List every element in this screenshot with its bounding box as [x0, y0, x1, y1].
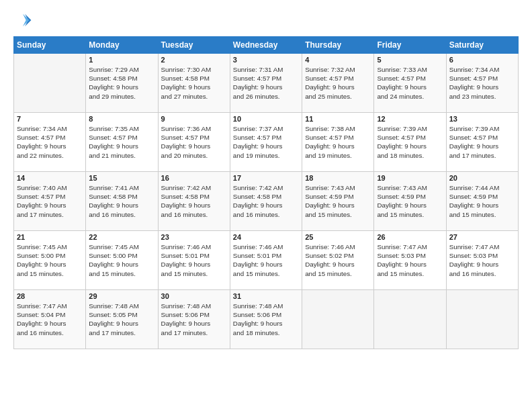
calendar-cell: 1Sunrise: 7:29 AMSunset: 4:58 PMDaylight… — [86, 54, 158, 113]
day-number: 4 — [305, 56, 371, 64]
day-info: Sunrise: 7:43 AMSunset: 4:59 PMDaylight:… — [305, 183, 371, 219]
day-number: 29 — [89, 292, 154, 300]
day-info: Sunrise: 7:47 AMSunset: 5:03 PMDaylight:… — [449, 242, 515, 278]
day-info: Sunrise: 7:37 AMSunset: 4:57 PMDaylight:… — [233, 124, 299, 160]
calendar-cell: 2Sunrise: 7:30 AMSunset: 4:58 PMDaylight… — [158, 54, 230, 113]
calendar-cell: 26Sunrise: 7:47 AMSunset: 5:03 PMDayligh… — [374, 231, 446, 290]
day-number: 2 — [161, 56, 227, 64]
calendar-cell: 7Sunrise: 7:34 AMSunset: 4:57 PMDaylight… — [14, 113, 86, 172]
day-number: 27 — [449, 233, 515, 241]
calendar-cell: 3Sunrise: 7:31 AMSunset: 4:57 PMDaylight… — [230, 54, 302, 113]
day-info: Sunrise: 7:39 AMSunset: 4:57 PMDaylight:… — [449, 124, 515, 160]
day-number: 6 — [449, 56, 515, 64]
calendar-cell: 10Sunrise: 7:37 AMSunset: 4:57 PMDayligh… — [230, 113, 302, 172]
day-info: Sunrise: 7:29 AMSunset: 4:58 PMDaylight:… — [89, 65, 154, 101]
day-number: 14 — [17, 174, 83, 182]
calendar-cell: 27Sunrise: 7:47 AMSunset: 5:03 PMDayligh… — [446, 231, 518, 290]
calendar-cell: 8Sunrise: 7:35 AMSunset: 4:57 PMDaylight… — [86, 113, 158, 172]
day-number: 7 — [17, 115, 83, 123]
day-number: 5 — [377, 56, 443, 64]
day-info: Sunrise: 7:46 AMSunset: 5:01 PMDaylight:… — [233, 242, 299, 278]
day-number: 28 — [17, 292, 83, 300]
day-info: Sunrise: 7:45 AMSunset: 5:00 PMDaylight:… — [17, 242, 83, 278]
day-number: 12 — [377, 115, 443, 123]
calendar-cell: 23Sunrise: 7:46 AMSunset: 5:01 PMDayligh… — [158, 231, 230, 290]
day-number: 17 — [233, 174, 299, 182]
day-number: 9 — [161, 115, 227, 123]
calendar-body: 1Sunrise: 7:29 AMSunset: 4:58 PMDaylight… — [14, 54, 519, 349]
calendar-cell: 12Sunrise: 7:39 AMSunset: 4:57 PMDayligh… — [374, 113, 446, 172]
calendar-cell: 6Sunrise: 7:34 AMSunset: 4:57 PMDaylight… — [446, 54, 518, 113]
calendar-cell: 5Sunrise: 7:33 AMSunset: 4:57 PMDaylight… — [374, 54, 446, 113]
weekday-header: Friday — [374, 37, 446, 54]
day-info: Sunrise: 7:30 AMSunset: 4:58 PMDaylight:… — [161, 65, 227, 101]
calendar-cell: 16Sunrise: 7:42 AMSunset: 4:58 PMDayligh… — [158, 172, 230, 231]
weekday-row: SundayMondayTuesdayWednesdayThursdayFrid… — [14, 37, 519, 54]
calendar-cell: 21Sunrise: 7:45 AMSunset: 5:00 PMDayligh… — [14, 231, 86, 290]
weekday-header: Monday — [86, 37, 158, 54]
day-info: Sunrise: 7:47 AMSunset: 5:03 PMDaylight:… — [377, 242, 443, 278]
day-info: Sunrise: 7:48 AMSunset: 5:06 PMDaylight:… — [233, 302, 299, 337]
weekday-header: Saturday — [446, 37, 518, 54]
day-info: Sunrise: 7:42 AMSunset: 4:58 PMDaylight:… — [233, 183, 299, 219]
day-number: 23 — [161, 233, 227, 241]
calendar-cell: 25Sunrise: 7:46 AMSunset: 5:02 PMDayligh… — [302, 231, 374, 290]
day-info: Sunrise: 7:34 AMSunset: 4:57 PMDaylight:… — [17, 124, 83, 160]
calendar-cell: 22Sunrise: 7:45 AMSunset: 5:00 PMDayligh… — [86, 231, 158, 290]
page: SundayMondayTuesdayWednesdayThursdayFrid… — [0, 0, 532, 411]
calendar-cell: 4Sunrise: 7:32 AMSunset: 4:57 PMDaylight… — [302, 54, 374, 113]
day-info: Sunrise: 7:44 AMSunset: 4:59 PMDaylight:… — [449, 183, 515, 219]
logo-icon — [13, 11, 32, 30]
day-info: Sunrise: 7:31 AMSunset: 4:57 PMDaylight:… — [233, 65, 299, 101]
calendar: SundayMondayTuesdayWednesdayThursdayFrid… — [13, 36, 519, 349]
day-number: 11 — [305, 115, 371, 123]
day-number: 18 — [305, 174, 371, 182]
day-number: 21 — [17, 233, 83, 241]
day-number: 8 — [89, 115, 154, 123]
day-number: 15 — [89, 174, 154, 182]
calendar-week: 1Sunrise: 7:29 AMSunset: 4:58 PMDaylight… — [14, 54, 519, 113]
calendar-cell: 18Sunrise: 7:43 AMSunset: 4:59 PMDayligh… — [302, 172, 374, 231]
day-info: Sunrise: 7:40 AMSunset: 4:57 PMDaylight:… — [17, 183, 83, 219]
calendar-cell — [302, 290, 374, 349]
day-info: Sunrise: 7:33 AMSunset: 4:57 PMDaylight:… — [377, 65, 443, 101]
calendar-cell: 17Sunrise: 7:42 AMSunset: 4:58 PMDayligh… — [230, 172, 302, 231]
day-info: Sunrise: 7:46 AMSunset: 5:02 PMDaylight:… — [305, 242, 371, 278]
day-number: 22 — [89, 233, 154, 241]
logo — [13, 11, 35, 30]
day-number: 26 — [377, 233, 443, 241]
day-info: Sunrise: 7:45 AMSunset: 5:00 PMDaylight:… — [89, 242, 154, 278]
calendar-cell: 19Sunrise: 7:43 AMSunset: 4:59 PMDayligh… — [374, 172, 446, 231]
calendar-cell: 30Sunrise: 7:48 AMSunset: 5:06 PMDayligh… — [158, 290, 230, 349]
day-number: 31 — [233, 292, 299, 300]
day-info: Sunrise: 7:32 AMSunset: 4:57 PMDaylight:… — [305, 65, 371, 101]
weekday-header: Tuesday — [158, 37, 230, 54]
day-number: 20 — [449, 174, 515, 182]
day-number: 30 — [161, 292, 227, 300]
day-info: Sunrise: 7:46 AMSunset: 5:01 PMDaylight:… — [161, 242, 227, 278]
calendar-cell: 24Sunrise: 7:46 AMSunset: 5:01 PMDayligh… — [230, 231, 302, 290]
day-info: Sunrise: 7:41 AMSunset: 4:58 PMDaylight:… — [89, 183, 154, 219]
weekday-header: Wednesday — [230, 37, 302, 54]
day-info: Sunrise: 7:48 AMSunset: 5:06 PMDaylight:… — [161, 302, 227, 337]
day-number: 1 — [89, 56, 154, 64]
calendar-cell — [374, 290, 446, 349]
day-number: 13 — [449, 115, 515, 123]
day-info: Sunrise: 7:42 AMSunset: 4:58 PMDaylight:… — [161, 183, 227, 219]
calendar-week: 21Sunrise: 7:45 AMSunset: 5:00 PMDayligh… — [14, 231, 519, 290]
calendar-cell — [14, 54, 86, 113]
calendar-week: 7Sunrise: 7:34 AMSunset: 4:57 PMDaylight… — [14, 113, 519, 172]
day-info: Sunrise: 7:47 AMSunset: 5:04 PMDaylight:… — [17, 302, 83, 337]
day-info: Sunrise: 7:48 AMSunset: 5:05 PMDaylight:… — [89, 302, 154, 337]
day-info: Sunrise: 7:39 AMSunset: 4:57 PMDaylight:… — [377, 124, 443, 160]
day-info: Sunrise: 7:36 AMSunset: 4:57 PMDaylight:… — [161, 124, 227, 160]
calendar-cell: 29Sunrise: 7:48 AMSunset: 5:05 PMDayligh… — [86, 290, 158, 349]
calendar-week: 28Sunrise: 7:47 AMSunset: 5:04 PMDayligh… — [14, 290, 519, 349]
calendar-cell: 20Sunrise: 7:44 AMSunset: 4:59 PMDayligh… — [446, 172, 518, 231]
weekday-header: Thursday — [302, 37, 374, 54]
calendar-header: SundayMondayTuesdayWednesdayThursdayFrid… — [14, 37, 519, 54]
calendar-cell: 11Sunrise: 7:38 AMSunset: 4:57 PMDayligh… — [302, 113, 374, 172]
calendar-cell — [446, 290, 518, 349]
calendar-cell: 9Sunrise: 7:36 AMSunset: 4:57 PMDaylight… — [158, 113, 230, 172]
calendar-cell: 28Sunrise: 7:47 AMSunset: 5:04 PMDayligh… — [14, 290, 86, 349]
